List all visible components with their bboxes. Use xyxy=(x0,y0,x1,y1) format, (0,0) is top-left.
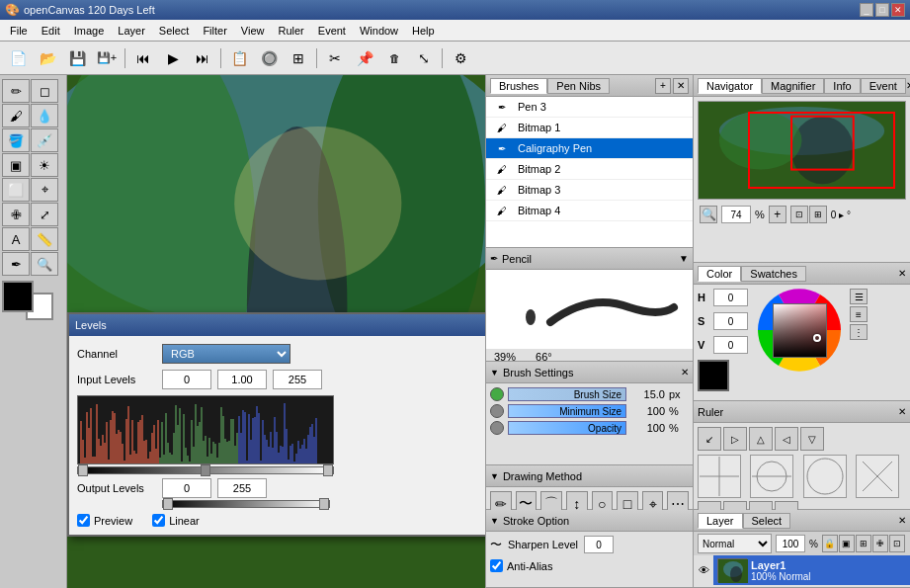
canvas-area[interactable]: Levels ✕ Channel RGB Input Levels xyxy=(67,75,485,588)
tab-info[interactable]: Info xyxy=(824,78,860,94)
color-panel-close[interactable]: ✕ xyxy=(898,268,906,279)
output-slider-min-handle[interactable] xyxy=(163,498,173,510)
lasso-tool[interactable]: ⌖ xyxy=(31,178,58,202)
stamp-button[interactable]: 🔘 xyxy=(255,45,283,71)
transform-button[interactable]: ⤡ xyxy=(410,45,438,71)
brush-item-bitmap4[interactable]: 🖌 Bitmap 4 xyxy=(486,201,693,221)
linear-checkbox[interactable] xyxy=(152,514,165,527)
pencil-panel-dropdown[interactable]: ▼ xyxy=(679,253,689,264)
color-wheel-area[interactable] xyxy=(758,289,842,373)
transform-tool[interactable]: ⤢ xyxy=(31,203,58,226)
layer-mode-select[interactable]: Normal xyxy=(698,534,772,553)
preview-checkbox[interactable] xyxy=(77,514,90,527)
menu-layer[interactable]: Layer xyxy=(112,24,151,38)
pencil-tool[interactable]: ✏ xyxy=(2,79,30,103)
ruler-tool[interactable]: 📏 xyxy=(31,227,58,251)
save-button[interactable]: 💾 xyxy=(63,45,91,71)
picker-tool[interactable]: 💉 xyxy=(31,128,58,152)
settings-button[interactable]: ⚙ xyxy=(447,45,474,71)
brushes-add-button[interactable]: + xyxy=(655,78,671,94)
maximize-button[interactable]: □ xyxy=(875,3,889,17)
close-button[interactable]: ✕ xyxy=(891,3,905,17)
eraser-tool[interactable]: ◻ xyxy=(31,79,58,103)
tab-pen-nibs[interactable]: Pen Nibs xyxy=(547,78,610,94)
merge-button[interactable]: ⊞ xyxy=(285,45,312,71)
dodge-tool[interactable]: ☀ xyxy=(31,153,58,177)
menu-ruler[interactable]: Ruler xyxy=(273,24,310,38)
ruler-pattern-3[interactable] xyxy=(803,455,847,498)
menu-image[interactable]: Image xyxy=(68,24,111,38)
ruler-btn-1[interactable]: ↙ xyxy=(698,427,721,451)
brush-item-bitmap2[interactable]: 🖌 Bitmap 2 xyxy=(486,159,693,180)
foreground-color[interactable] xyxy=(2,281,34,312)
v-input[interactable] xyxy=(713,336,748,354)
move-tool[interactable]: ✙ xyxy=(2,203,30,226)
output-slider-max-handle[interactable] xyxy=(319,498,329,510)
input-mid-field[interactable] xyxy=(217,370,267,389)
brushes-list[interactable]: ✒ Pen 3 🖌 Bitmap 1 ✒ Caligraphy Pen 🖌 Bi… xyxy=(486,97,693,247)
ruler-btn-4[interactable]: ◁ xyxy=(775,427,798,451)
anti-alias-checkbox[interactable] xyxy=(490,559,503,572)
brush-item-bitmap1[interactable]: 🖌 Bitmap 1 xyxy=(486,118,693,138)
menu-edit[interactable]: Edit xyxy=(36,24,66,38)
layer-panel-close[interactable]: ✕ xyxy=(898,515,906,526)
ruler-pattern-2[interactable] xyxy=(750,455,793,498)
brush-item-pen3[interactable]: ✒ Pen 3 xyxy=(486,97,693,118)
ruler-close[interactable]: ✕ xyxy=(898,406,906,417)
ruler-btn-2[interactable]: ▷ xyxy=(723,427,747,451)
color-picker-square[interactable] xyxy=(773,303,827,358)
navigator-close[interactable]: ✕ xyxy=(906,80,910,91)
zoom-in-button[interactable]: + xyxy=(769,206,786,223)
minimize-button[interactable]: _ xyxy=(860,3,873,17)
paste-button[interactable]: 📌 xyxy=(351,45,378,71)
tab-layer[interactable]: Layer xyxy=(698,513,743,529)
input-slider-mid-handle[interactable] xyxy=(201,464,210,476)
menu-select[interactable]: Select xyxy=(153,24,196,38)
brush-tool[interactable]: 🖌 xyxy=(2,104,30,127)
menu-help[interactable]: Help xyxy=(406,24,441,38)
ruler-pattern-4[interactable] xyxy=(856,455,899,498)
ruler-btn-5[interactable]: ▽ xyxy=(800,427,824,451)
output-slider[interactable] xyxy=(162,500,330,508)
tab-brushes[interactable]: Brushes xyxy=(490,78,547,94)
brush-size-bar[interactable]: Brush Size xyxy=(508,387,626,401)
color-tool-1[interactable]: ☰ xyxy=(850,289,868,304)
menu-file[interactable]: File xyxy=(4,24,34,38)
layer-btn-4[interactable]: ✙ xyxy=(872,535,888,552)
output-max-field[interactable] xyxy=(217,478,267,498)
layer-btn-2[interactable]: ▣ xyxy=(839,535,855,552)
opacity-bar[interactable]: Opacity xyxy=(508,421,626,435)
sharpen-value-input[interactable] xyxy=(584,536,614,553)
tab-magnifier[interactable]: Magnifier xyxy=(762,78,824,94)
min-size-bar[interactable]: Minimum Size xyxy=(508,404,626,418)
blur-tool[interactable]: 💧 xyxy=(31,104,58,127)
zoom-out-button[interactable]: 🔍 xyxy=(700,206,717,223)
menu-window[interactable]: Window xyxy=(354,24,404,38)
brush-settings-dropdown[interactable]: ✕ xyxy=(681,367,689,378)
brushes-close-button[interactable]: ✕ xyxy=(673,78,689,94)
zoom-tool[interactable]: 🔍 xyxy=(31,252,58,276)
menu-event[interactable]: Event xyxy=(312,24,352,38)
ruler-btn-3[interactable]: △ xyxy=(749,427,773,451)
channel-select[interactable]: RGB xyxy=(162,344,290,364)
delete-button[interactable]: 🗑 xyxy=(380,45,408,71)
layer-eye-toggle[interactable]: 👁 xyxy=(694,560,713,580)
play-button[interactable]: ▶ xyxy=(159,45,187,71)
layer-btn-1[interactable]: 🔒 xyxy=(822,535,838,552)
layer-row-1[interactable]: Layer1 100% Normal xyxy=(713,555,910,585)
layer-opacity-input[interactable] xyxy=(776,535,805,552)
input-slider-min-handle[interactable] xyxy=(78,464,88,476)
text-tool[interactable]: A xyxy=(2,227,30,251)
prev-frame-button[interactable]: ⏮ xyxy=(129,45,157,71)
layer-btn-3[interactable]: ⊞ xyxy=(856,535,871,552)
layer-btn-5[interactable]: ⊡ xyxy=(889,535,905,552)
rect-select-tool[interactable]: ⬜ xyxy=(2,178,30,202)
color-tool-3[interactable]: ⋮ xyxy=(850,324,868,340)
h-input[interactable] xyxy=(713,289,748,306)
fill-tool[interactable]: 🪣 xyxy=(2,128,30,152)
next-frame-button[interactable]: ⏭ xyxy=(189,45,216,71)
ruler-pattern-1[interactable] xyxy=(698,455,741,498)
zoom-100-button[interactable]: ⊞ xyxy=(809,206,827,223)
title-bar-controls[interactable]: _ □ ✕ xyxy=(860,3,905,17)
color-tool-2[interactable]: ≡ xyxy=(850,306,868,322)
